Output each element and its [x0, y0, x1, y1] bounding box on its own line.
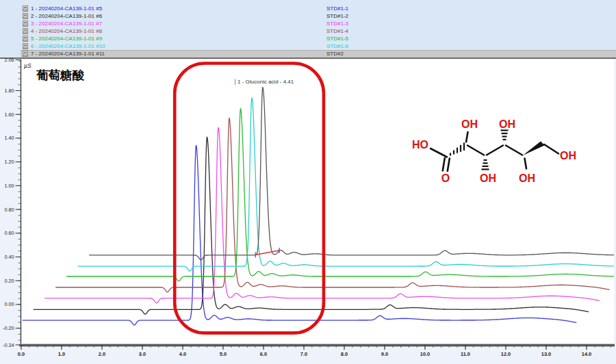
gluconic-acid-structure: HO O OH OH OH OH OH	[406, 101, 611, 204]
svg-text:5.0: 5.0	[220, 351, 227, 357]
svg-text:2.0: 2.0	[99, 351, 105, 357]
svg-text:0.00: 0.00	[5, 301, 14, 307]
atom-label: OH	[519, 172, 535, 184]
svg-text:8.0: 8.0	[341, 351, 348, 357]
svg-text:12.0: 12.0	[501, 351, 511, 357]
svg-text:4.0: 4.0	[179, 351, 186, 357]
atom-label: O	[441, 172, 450, 184]
svg-text:0.20: 0.20	[5, 278, 14, 284]
standard-name: STD#1-5	[326, 36, 348, 42]
sample-chromatogram-icon	[23, 21, 28, 27]
atom-label: HO	[412, 139, 428, 151]
sample-chromatogram-icon	[23, 28, 28, 34]
svg-text:1.60: 1.60	[5, 112, 14, 118]
sample-name: 4 - 20240204-CA139-1-01 #8	[31, 28, 102, 34]
svg-text:2.06: 2.06	[5, 57, 14, 63]
svg-text:9.0: 9.0	[381, 351, 388, 357]
y-unit-label: µS	[24, 62, 31, 69]
sample-chromatogram-icon	[23, 5, 28, 12]
svg-text:1.00: 1.00	[5, 183, 14, 189]
svg-text:7.0: 7.0	[300, 351, 307, 357]
svg-text:0.80: 0.80	[5, 207, 14, 213]
sample-name: 6 - 20240204-CA139-1-01 #10	[31, 43, 105, 49]
svg-text:13.0: 13.0	[541, 351, 551, 357]
svg-text:1.0: 1.0	[58, 351, 65, 357]
sample-name: 5 - 20240204-CA139-1-01 #9	[31, 36, 102, 42]
standard-name: STD#1-1	[326, 5, 348, 12]
svg-text:1.80: 1.80	[5, 88, 14, 94]
standard-name: STD#1-4	[326, 28, 348, 34]
atom-label: OH	[480, 172, 496, 184]
sample-chromatogram-icon	[23, 43, 28, 49]
svg-text:0.60: 0.60	[5, 230, 14, 236]
hashed-bond	[450, 143, 464, 156]
svg-text:10.0: 10.0	[420, 351, 430, 357]
svg-text:-0.20: -0.20	[3, 325, 14, 331]
svg-text:3.0: 3.0	[139, 351, 146, 357]
atom-label: OH	[499, 118, 515, 130]
svg-text:1.20: 1.20	[5, 159, 14, 165]
hashed-bond	[501, 131, 509, 140]
svg-text:6.0: 6.0	[260, 351, 267, 357]
svg-text:-0.34: -0.34	[3, 342, 14, 348]
svg-text:0.40: 0.40	[5, 254, 14, 260]
svg-text:0.0: 0.0	[18, 351, 25, 357]
sample-chromatogram-icon	[23, 13, 28, 19]
peak-annotation-label: 1 - Gluconic acid - 4.41	[238, 79, 294, 85]
sample-name: 1 - 20240204-CA139-1-01 #5	[31, 5, 102, 12]
sample-chromatogram-icon	[23, 51, 28, 57]
atom-label: OH	[461, 118, 478, 130]
plot-title: 葡萄糖酸	[36, 68, 85, 82]
standard-name: STD#1-6	[326, 43, 348, 49]
chromatography-workspace: 1 - 20240204-CA139-1-01 #5STD#1-12 - 202…	[0, 0, 616, 364]
standard-name: STD#1-2	[326, 13, 348, 19]
sample-name: 7 - 20240204-CA139-1-01 #11	[31, 51, 105, 57]
sample-name: 2 - 20240204-CA139-1-01 #6	[31, 13, 102, 19]
sample-name: 3 - 20240204-CA139-1-01 #7	[31, 21, 102, 27]
standard-name: STD#1-3	[326, 21, 348, 27]
svg-text:14.0: 14.0	[582, 351, 591, 357]
hashed-bond	[482, 160, 489, 170]
wedge-bond	[523, 142, 545, 156]
svg-text:11.0: 11.0	[461, 351, 470, 357]
atom-label: OH	[560, 150, 576, 161]
standard-name: STD#2	[326, 51, 344, 57]
svg-text:1.40: 1.40	[5, 135, 14, 141]
sample-chromatogram-icon	[23, 36, 28, 42]
